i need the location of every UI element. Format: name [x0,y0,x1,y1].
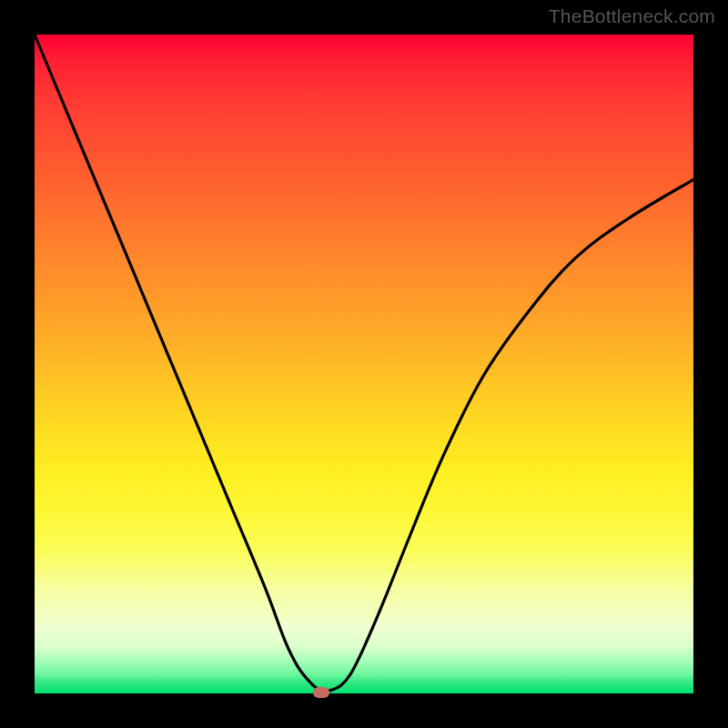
watermark-text: TheBottleneck.com [549,5,715,27]
curve-layer [35,35,693,693]
optimal-marker [313,687,329,698]
plot-area [35,35,693,693]
bottleneck-curve [35,35,693,692]
chart-frame: TheBottleneck.com [0,0,728,728]
